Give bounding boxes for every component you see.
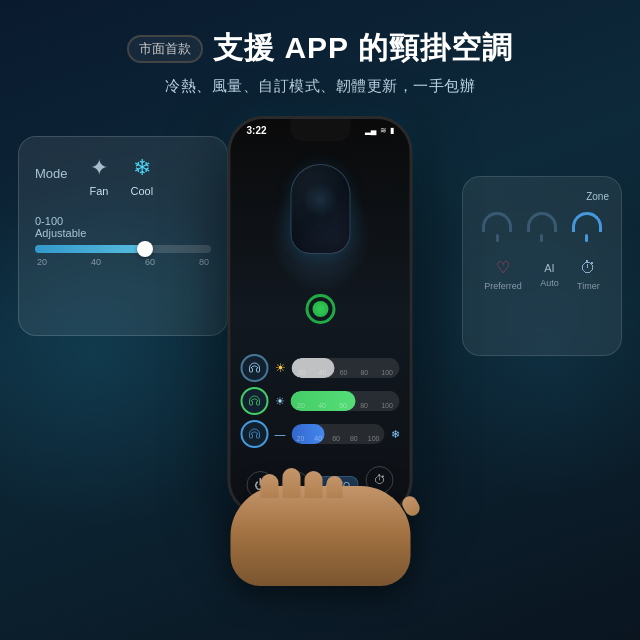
zone-arc-2 bbox=[527, 212, 557, 232]
slider-fill bbox=[35, 245, 141, 253]
ctrl-icon-2 bbox=[241, 387, 269, 415]
ctrl-slider-1[interactable]: 20406080100 bbox=[292, 358, 400, 378]
cool-icon: ❄ bbox=[133, 155, 151, 181]
cool-mode[interactable]: ❄ Cool bbox=[131, 155, 154, 197]
status-icons: ▂▄ ≋ ▮ bbox=[365, 126, 394, 135]
zone-arc-3 bbox=[572, 212, 602, 232]
slider-section: 0-100Adjustable 20 40 60 80 bbox=[35, 215, 211, 267]
zone-line-2 bbox=[540, 234, 543, 242]
slider-thumb[interactable] bbox=[137, 241, 153, 257]
finger-2 bbox=[282, 468, 300, 498]
ctrl-ticks-1: 20406080100 bbox=[292, 369, 400, 376]
fan-label: Fan bbox=[90, 185, 109, 197]
fan-mode[interactable]: ✦ Fan bbox=[90, 155, 109, 197]
zone-2 bbox=[527, 212, 557, 242]
ctrl-ticks-2: 20406080100 bbox=[291, 402, 400, 409]
snowflake-icon: — bbox=[275, 428, 286, 440]
auto-label: Auto bbox=[540, 278, 559, 288]
phone-controls: ☀ 20406080100 ☀ bbox=[231, 354, 410, 453]
thumb bbox=[399, 494, 422, 519]
main-content: Mode ✦ Fan ❄ Cool 0-100Adjustable 20 40 … bbox=[0, 116, 640, 606]
ctrl-ticks-3: 20406080100 bbox=[292, 435, 385, 442]
earphone-inner-glow bbox=[305, 180, 335, 220]
finger-3 bbox=[304, 471, 322, 498]
tick-60: 60 bbox=[145, 257, 155, 267]
zone-label: Zone bbox=[475, 191, 609, 202]
finger-4 bbox=[326, 476, 342, 498]
preferred-label: Preferred bbox=[484, 281, 522, 291]
header: 市面首款 支援 APP 的頸掛空調 冷熱、風量、自訂模式、韌體更新，一手包辦 bbox=[0, 0, 640, 106]
phone: 3:22 ▂▄ ≋ ▮ ‹ COOLiFY Cyber ≡ bbox=[228, 116, 413, 516]
ctrl-slider-2[interactable]: 20406080100 bbox=[291, 391, 400, 411]
phone-notch bbox=[290, 119, 350, 141]
action-row: ♡ Preferred AI Auto ⏱ Timer bbox=[475, 258, 609, 291]
status-time: 3:22 bbox=[247, 125, 267, 136]
timer-action-icon: ⏱ bbox=[580, 259, 596, 277]
zone-1 bbox=[482, 212, 512, 242]
mode-row: Mode ✦ Fan ❄ Cool bbox=[35, 155, 211, 197]
header-subtitle: 冷熱、風量、自訂模式、韌體更新，一手包辦 bbox=[20, 77, 620, 96]
signal-icon: ▂▄ bbox=[365, 126, 377, 135]
slider-track[interactable] bbox=[35, 245, 211, 253]
phone-wrapper: 3:22 ▂▄ ≋ ▮ ‹ COOLiFY Cyber ≡ bbox=[228, 116, 413, 606]
sun-icon-1: ☀ bbox=[275, 361, 286, 375]
title-row: 市面首款 支援 APP 的頸掛空調 bbox=[20, 28, 620, 69]
timer-action[interactable]: ⏱ Timer bbox=[577, 259, 600, 291]
earphone-body bbox=[290, 164, 350, 254]
finger-1 bbox=[260, 474, 278, 498]
control-row-3: — 20406080100 ❄ bbox=[241, 420, 400, 448]
tick-20: 20 bbox=[37, 257, 47, 267]
sun-icon-2: ☀ bbox=[275, 395, 285, 408]
earphone-indicator-inner bbox=[312, 301, 328, 317]
battery-icon: ▮ bbox=[390, 126, 394, 135]
ctrl-slider-3[interactable]: 20406080100 bbox=[292, 424, 385, 444]
control-row-2: ☀ 20406080100 bbox=[241, 387, 400, 415]
mode-label: Mode bbox=[35, 166, 68, 181]
zone-3 bbox=[572, 212, 602, 242]
zone-display bbox=[475, 212, 609, 242]
zone-arc-1 bbox=[482, 212, 512, 232]
ctrl-icon-3 bbox=[241, 420, 269, 448]
slider-label: 0-100Adjustable bbox=[35, 215, 211, 239]
hand-visual bbox=[220, 486, 420, 606]
first-badge: 市面首款 bbox=[127, 35, 203, 63]
right-panel: Zone ♡ Preferred AI Auto bbox=[462, 176, 622, 356]
page-title: 支援 APP 的頸掛空調 bbox=[213, 28, 513, 69]
tick-80: 80 bbox=[199, 257, 209, 267]
auto-action[interactable]: AI Auto bbox=[540, 262, 559, 288]
fan-icon: ✦ bbox=[90, 155, 108, 181]
auto-action-icon: AI bbox=[544, 262, 554, 274]
earphone-visual bbox=[255, 164, 385, 324]
headphone-icon-1 bbox=[249, 362, 261, 374]
tick-40: 40 bbox=[91, 257, 101, 267]
heart-action-icon: ♡ bbox=[496, 258, 510, 277]
slider-ticks: 20 40 60 80 bbox=[35, 257, 211, 267]
headphone-icon-2 bbox=[249, 395, 261, 407]
cool-label: Cool bbox=[131, 185, 154, 197]
snowflake-end-icon: ❄ bbox=[391, 428, 400, 441]
control-row-1: ☀ 20406080100 bbox=[241, 354, 400, 382]
ctrl-icon-1 bbox=[241, 354, 269, 382]
timer-action-label: Timer bbox=[577, 281, 600, 291]
earphone-shape bbox=[275, 164, 365, 294]
earphone-indicator bbox=[305, 294, 335, 324]
wifi-icon: ≋ bbox=[380, 126, 387, 135]
zone-line-3 bbox=[585, 234, 588, 242]
left-panel: Mode ✦ Fan ❄ Cool 0-100Adjustable 20 40 … bbox=[18, 136, 228, 336]
preferred-action[interactable]: ♡ Preferred bbox=[484, 258, 522, 291]
hand-shape bbox=[230, 486, 410, 586]
headphone-icon-3 bbox=[249, 428, 261, 440]
zone-line-1 bbox=[496, 234, 499, 242]
